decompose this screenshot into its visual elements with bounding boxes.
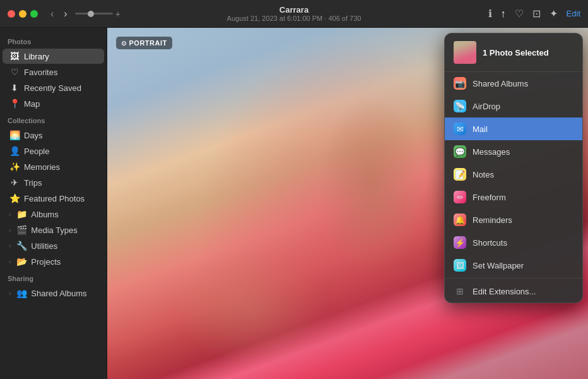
mail-icon: ✉ <box>454 123 466 135</box>
airdrop-icon: 📡 <box>454 100 466 112</box>
popup-label-wallpaper: Set Wallpaper <box>473 261 524 270</box>
shared-albums-icon: 👥 <box>16 288 27 298</box>
edit-extensions-icon: ⊞ <box>454 285 466 298</box>
media-types-icon: 🎬 <box>16 225 27 235</box>
sidebar-item-people[interactable]: 👤 People <box>3 143 104 159</box>
recently-saved-icon: ⬇ <box>9 83 20 93</box>
albums-chevron-icon: › <box>9 211 11 218</box>
popup-item-airdrop[interactable]: 📡 AirDrop <box>445 95 582 117</box>
messages-icon: 💬 <box>454 145 466 158</box>
info-icon[interactable]: ℹ <box>488 8 492 20</box>
popup-header: 1 Photo Selected <box>445 33 582 72</box>
sidebar-label-memories: Memories <box>24 162 98 172</box>
sidebar-item-days[interactable]: 🌅 Days <box>3 128 104 143</box>
popup-item-shortcuts[interactable]: ⚡ Shortcuts <box>445 231 582 254</box>
nav-buttons: ‹ › <box>48 7 70 21</box>
utilities-icon: 🔧 <box>16 241 27 251</box>
window-title: Carrara <box>227 5 362 15</box>
photo-area: ⊙ PORTRAIT 1 Photo Selected 📷 Shared Alb… <box>107 28 588 379</box>
popup-item-notes[interactable]: 📝 Notes <box>445 163 582 186</box>
popup-item-shared-albums[interactable]: 📷 Shared Albums <box>445 72 582 95</box>
sidebar-item-library[interactable]: 🖼 Library <box>3 49 104 64</box>
sidebar-item-memories[interactable]: ✨ Memories <box>3 159 104 174</box>
sidebar-label-featured-photos: Featured Photos <box>24 194 98 203</box>
sidebar-item-projects[interactable]: › 📂 Projects <box>3 254 104 269</box>
sidebar-section-photos: Photos <box>0 33 107 48</box>
sidebar-item-albums[interactable]: › 📁 Albums <box>3 207 104 222</box>
popup-item-messages[interactable]: 💬 Messages <box>445 140 582 163</box>
main-layout: Photos 🖼 Library ♡ Favorites ⬇ Recently … <box>0 28 588 379</box>
popup-item-reminders[interactable]: 🔔 Reminders <box>445 208 582 231</box>
popup-label-mail: Mail <box>473 124 488 134</box>
sidebar-label-media-types: Media Types <box>31 226 98 235</box>
sidebar-label-library: Library <box>24 52 98 61</box>
popup-item-edit-extensions[interactable]: ⊞ Edit Extensions... <box>445 280 582 303</box>
titlebar-center: Carrara August 21, 2023 at 6:01:00 PM · … <box>227 5 362 22</box>
popup-header-title: 1 Photo Selected <box>483 48 549 57</box>
sidebar-item-map[interactable]: 📍 Map <box>3 96 104 111</box>
magic-wand-icon[interactable]: ✦ <box>550 8 558 20</box>
popup-item-mail[interactable]: ✉ Mail <box>445 117 582 140</box>
forward-button[interactable]: › <box>61 7 69 21</box>
popup-thumbnail <box>454 41 476 64</box>
sidebar-item-recently-saved[interactable]: ⬇ Recently Saved <box>3 80 104 95</box>
sidebar-label-albums: Albums <box>31 210 98 219</box>
popup-item-freeform[interactable]: ✏ Freeform <box>445 186 582 208</box>
sidebar-item-utilities[interactable]: › 🔧 Utilities <box>3 238 104 253</box>
map-icon: 📍 <box>9 99 20 109</box>
window-subtitle: August 21, 2023 at 6:01:00 PM · 406 of 7… <box>227 15 362 22</box>
minimize-button[interactable] <box>19 10 26 18</box>
sidebar-label-projects: Projects <box>31 257 98 267</box>
sidebar-label-days: Days <box>24 131 98 140</box>
memories-icon: ✨ <box>9 162 20 172</box>
sidebar-section-collections: Collections <box>0 112 107 127</box>
albums-icon: 📁 <box>16 209 27 219</box>
traffic-lights <box>8 10 38 18</box>
sidebar-item-featured-photos[interactable]: ⭐ Featured Photos <box>3 191 104 206</box>
shared-albums-app-icon: 📷 <box>454 77 466 90</box>
back-button[interactable]: ‹ <box>48 7 56 21</box>
shared-albums-chevron-icon: › <box>9 290 11 297</box>
wallpaper-icon: 🖼 <box>454 259 466 272</box>
zoom-slider[interactable]: + <box>75 9 121 19</box>
fullscreen-button[interactable] <box>30 10 38 18</box>
trips-icon: ✈ <box>9 177 20 188</box>
portrait-badge-icon: ⊙ <box>121 40 127 47</box>
sidebar-item-media-types[interactable]: › 🎬 Media Types <box>3 222 104 238</box>
portrait-badge: ⊙ PORTRAIT <box>116 37 172 49</box>
toolbar-actions: ℹ ↑ ♡ ⊡ ✦ Edit <box>488 8 580 20</box>
days-icon: 🌅 <box>9 130 20 140</box>
sidebar-section-sharing: Sharing <box>0 270 107 285</box>
popup-label-shared-albums: Shared Albums <box>473 79 528 88</box>
notes-icon: 📝 <box>454 168 466 181</box>
portrait-badge-label: PORTRAIT <box>129 39 167 47</box>
edit-button[interactable]: Edit <box>567 9 580 18</box>
library-icon: 🖼 <box>9 51 20 61</box>
favorite-icon[interactable]: ♡ <box>515 8 524 20</box>
popup-label-shortcuts: Shortcuts <box>473 238 507 248</box>
popup-label-freeform: Freeform <box>473 193 506 202</box>
zoom-plus-icon: + <box>115 9 121 19</box>
crop-icon[interactable]: ⊡ <box>532 8 541 20</box>
titlebar: ‹ › + Carrara August 21, 2023 at 6:01:00… <box>0 0 588 28</box>
popup-label-notes: Notes <box>473 170 494 179</box>
people-icon: 👤 <box>9 146 20 156</box>
shortcuts-icon: ⚡ <box>454 236 466 249</box>
sidebar-label-favorites: Favorites <box>24 68 98 77</box>
projects-chevron-icon: › <box>9 258 11 265</box>
sidebar-item-favorites[interactable]: ♡ Favorites <box>3 64 104 80</box>
sidebar-label-utilities: Utilities <box>31 241 98 251</box>
sidebar: Photos 🖼 Library ♡ Favorites ⬇ Recently … <box>0 28 107 379</box>
reminders-icon: 🔔 <box>454 214 466 226</box>
sidebar-label-people: People <box>24 147 98 156</box>
share-icon[interactable]: ↑ <box>501 8 506 20</box>
popup-label-reminders: Reminders <box>473 215 512 225</box>
popup-label-edit-extensions: Edit Extensions... <box>473 287 536 296</box>
freeform-icon: ✏ <box>454 191 466 203</box>
sidebar-item-trips[interactable]: ✈ Trips <box>3 175 104 190</box>
projects-icon: 📂 <box>16 256 27 267</box>
popup-item-wallpaper[interactable]: 🖼 Set Wallpaper <box>445 254 582 277</box>
sidebar-item-shared-albums[interactable]: › 👥 Shared Albums <box>3 286 104 301</box>
sidebar-label-trips: Trips <box>24 178 98 188</box>
close-button[interactable] <box>8 10 15 18</box>
